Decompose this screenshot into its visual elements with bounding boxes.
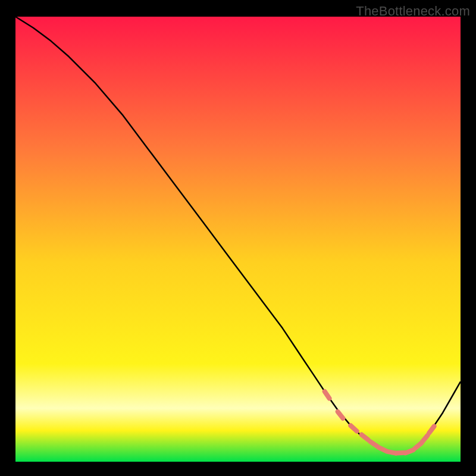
marker-dash (406, 450, 414, 453)
marker-dash (379, 447, 387, 451)
chart-container: TheBottleneck.com (0, 0, 476, 476)
chart-svg (0, 0, 476, 476)
watermark: TheBottleneck.com (356, 4, 470, 19)
plot-area (15, 17, 461, 462)
